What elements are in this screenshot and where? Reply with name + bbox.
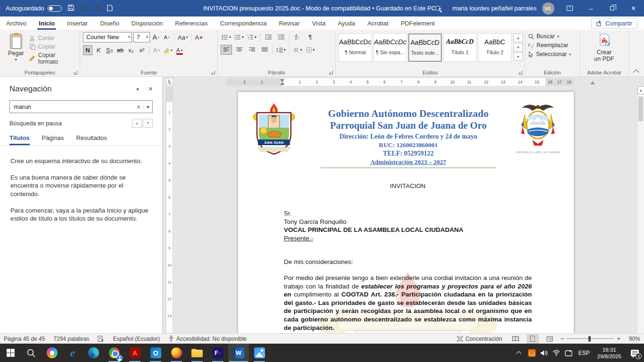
align-center-button[interactable]	[233, 45, 245, 55]
ribbon-tab[interactable]: Acrobat	[361, 16, 395, 30]
zoom-in-button[interactable]: +	[617, 335, 620, 342]
style-card[interactable]: AaBbC Título 2	[478, 33, 512, 62]
close-button[interactable]: ×	[623, 0, 644, 16]
grow-font-button[interactable]: A˄	[151, 33, 161, 42]
styles-dialog-launcher[interactable]	[519, 71, 522, 74]
navigation-search-input[interactable]	[10, 103, 133, 110]
f-logo-button[interactable]: F≡	[207, 344, 228, 362]
style-card[interactable]: AaBbCcD Texto inde...	[408, 33, 442, 62]
accessibility-status[interactable]: Accesibilidad: No disponible	[168, 336, 247, 342]
ribbon-tab[interactable]: Insertar	[61, 16, 94, 30]
subscript-button[interactable]: x₂	[126, 45, 136, 55]
navigation-tab[interactable]: Resultados	[76, 134, 107, 145]
sort-button[interactable]: AZ ↓	[292, 32, 303, 42]
wifi-tray-icon[interactable]	[550, 344, 562, 362]
chrome-button[interactable]	[104, 344, 124, 362]
bold-button[interactable]: N	[83, 45, 92, 55]
tab-selector[interactable]: L	[166, 78, 173, 85]
language-indicator[interactable]: Español (Ecuador)	[113, 336, 159, 342]
tray-expand-button[interactable]	[513, 344, 526, 362]
redo-button[interactable]: ↻	[95, 5, 101, 12]
word-count[interactable]: 7294 palabras	[53, 336, 89, 342]
previous-result-button[interactable]: ▲	[132, 119, 142, 128]
select-button[interactable]: Seleccionar▾	[528, 51, 577, 58]
new-document-icon[interactable]	[107, 5, 113, 12]
align-right-button[interactable]	[246, 45, 257, 55]
word-button[interactable]: W	[228, 344, 249, 362]
focus-mode-button[interactable]: Concentración	[457, 336, 502, 342]
internet-explorer-button[interactable]: e	[62, 344, 83, 362]
letter-body[interactable]: 7 INVITACION Sr. Tony García Ronquillo V…	[238, 182, 574, 333]
outlook-button[interactable]: O	[145, 344, 166, 362]
share-button[interactable]: Compartir	[591, 18, 637, 29]
firefox-button[interactable]	[166, 344, 187, 362]
scrollbar-thumb[interactable]	[638, 97, 643, 121]
text-effects-button[interactable]: A	[152, 45, 161, 55]
vertical-ruler[interactable]: 1 2 3 4 5 6 7 8 9 10 11 12 13	[166, 87, 173, 333]
document-page[interactable]: SAN JUAN	[238, 92, 574, 333]
acrobat-button[interactable]: A	[124, 344, 145, 362]
clear-formatting-button[interactable]: A◆	[194, 33, 204, 42]
ribbon-tab[interactable]: Referencias	[169, 16, 214, 30]
proofing-status-icon[interactable]	[98, 336, 104, 342]
italic-button[interactable]: K	[94, 45, 103, 55]
format-painter-button[interactable]: Copiar formato	[29, 52, 77, 65]
show-paragraph-marks-button[interactable]: ¶	[305, 32, 316, 42]
autosave-toggle-switch[interactable]	[48, 5, 62, 12]
meet-now-tray-icon[interactable]	[562, 344, 575, 362]
read-mode-button[interactable]	[510, 334, 522, 344]
collapse-ribbon-button[interactable]	[633, 69, 639, 75]
right-indent-marker[interactable]	[590, 81, 595, 84]
style-card[interactable]: AaBbCcDc ¶ Sin espa...	[373, 33, 407, 62]
multilevel-list-button[interactable]: 1ai	[246, 32, 257, 42]
copy-button[interactable]: Copiar	[29, 43, 77, 50]
line-spacing-button[interactable]	[275, 45, 287, 55]
next-result-button[interactable]: ▼	[143, 119, 153, 128]
justify-button[interactable]	[259, 45, 270, 55]
shading-button[interactable]	[292, 45, 303, 55]
cut-button[interactable]: Cortar	[29, 35, 77, 41]
clipboard-dialog-launcher[interactable]	[74, 71, 77, 74]
navigation-options-icon[interactable]: ▾	[136, 86, 139, 92]
start-button[interactable]	[0, 344, 21, 362]
paste-dropdown-icon[interactable]: ▾	[15, 58, 17, 62]
paste-button[interactable]: Pegar ▾	[3, 32, 29, 68]
search-options-icon[interactable]: ▾	[143, 104, 152, 110]
language-tray-indicator[interactable]: ESP	[575, 350, 594, 356]
ribbon-tab[interactable]: PDFelement	[395, 16, 441, 30]
restore-button[interactable]	[602, 0, 623, 16]
navigation-search-box[interactable]: × ▾	[9, 100, 153, 113]
create-pdf-button[interactable]: Crear un PDF	[583, 32, 626, 62]
borders-button[interactable]	[305, 45, 316, 55]
change-case-button[interactable]: Aa	[177, 33, 189, 42]
page-indicator[interactable]: Página 45 de 45	[4, 336, 45, 342]
font-color-button[interactable]: A	[175, 45, 184, 55]
autosave-toggle[interactable]: Autoguardado	[6, 5, 62, 12]
styles-scroll-down-button[interactable]: ▼	[513, 43, 523, 51]
volume-tray-icon[interactable]	[538, 344, 550, 362]
numbering-button[interactable]: 123	[233, 32, 245, 42]
copilot-button[interactable]	[41, 344, 62, 362]
avatar[interactable]: ML	[542, 2, 554, 15]
paragraph-dialog-launcher[interactable]	[329, 71, 333, 74]
account-name[interactable]: maria lourdes peñafiel parrales	[453, 5, 537, 12]
find-button[interactable]: Buscar▾	[528, 33, 577, 40]
search-icon[interactable]	[435, 6, 440, 11]
clear-search-icon[interactable]: ×	[133, 103, 143, 111]
font-dialog-launcher[interactable]	[211, 71, 215, 74]
ribbon-tab[interactable]: Disposición	[125, 16, 169, 30]
hanging-indent-marker[interactable]	[280, 82, 285, 85]
ribbon-tab[interactable]: Ayuda	[331, 16, 361, 30]
save-icon[interactable]	[67, 4, 74, 12]
decrease-indent-button[interactable]	[263, 32, 274, 42]
taskbar-search-button[interactable]	[21, 344, 41, 362]
photos-button[interactable]	[249, 344, 270, 362]
shrink-font-button[interactable]: A˅	[162, 33, 172, 42]
undo-button[interactable]: ↺	[81, 5, 89, 12]
zoom-slider[interactable]: − +	[561, 335, 620, 342]
styles-scroll-up-button[interactable]: ▲	[513, 33, 523, 42]
superscript-button[interactable]: x²	[137, 45, 147, 55]
ribbon-tab[interactable]: Diseño	[94, 16, 125, 30]
ribbon-tab[interactable]: Inicio	[33, 16, 61, 30]
strikethrough-button[interactable]: ab	[116, 45, 125, 55]
